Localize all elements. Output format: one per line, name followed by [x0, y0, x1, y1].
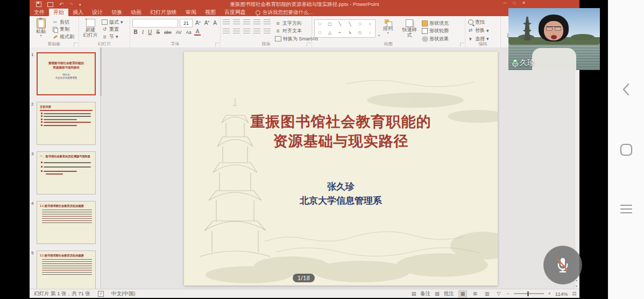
shape-oval-icon[interactable]: ○ [369, 22, 371, 26]
align-left-icon[interactable] [223, 29, 230, 34]
tell-me-box[interactable]: 告诉我您想要做什么... [256, 9, 313, 16]
zoom-in-button[interactable]: + [548, 291, 551, 296]
start-slideshow-icon[interactable] [47, 2, 53, 7]
mute-button[interactable] [543, 246, 582, 284]
gallery-more-icon[interactable] [378, 33, 380, 37]
close-button[interactable] [522, 1, 526, 5]
spellcheck-icon[interactable]: ✓ [98, 291, 104, 297]
shape-line-icon[interactable]: ╲ [349, 22, 351, 26]
slideshow-view-button[interactable]: ▽ [495, 291, 502, 297]
strikethrough-button[interactable]: S [155, 30, 161, 35]
tab-baidu-netdisk[interactable]: 百度网盘 [220, 9, 250, 16]
tab-review[interactable]: 审阅 [181, 9, 201, 16]
shapes-gallery[interactable]: □ ▢ ╲ ╲ □ ○ □ △ ⌐ ↳ ◇ ↓ [314, 19, 376, 38]
decrease-indent-icon[interactable] [243, 19, 250, 25]
thumbnail-slide-1[interactable]: 重振图书馆社会教育职能的 资源基础与现实路径 张久珍 北京大学信息管理系 [37, 52, 96, 95]
copy-button[interactable]: 复制 [52, 26, 74, 33]
zoom-level[interactable]: 114% [555, 291, 568, 297]
shape-line-icon[interactable]: ╲ [338, 22, 341, 26]
arrange-button[interactable]: 排列 [379, 19, 397, 43]
tab-insert[interactable]: 插入 [68, 9, 88, 16]
tab-file[interactable]: 文件 [30, 9, 49, 16]
font-name-combobox[interactable] [132, 19, 178, 27]
comments-button[interactable]: 批注 [444, 290, 454, 297]
dialog-launcher-icon[interactable] [215, 43, 220, 47]
text-direction-button[interactable]: 文字方向 [275, 20, 318, 26]
shape-arrow-icon[interactable]: ↳ [348, 31, 352, 35]
format-painter-button[interactable]: 格式刷 [52, 33, 74, 40]
align-text-button[interactable]: 对齐文本 [275, 28, 318, 34]
align-center-icon[interactable] [233, 29, 240, 34]
layout-button[interactable]: 版式 [102, 19, 123, 25]
thumbnail-slide-5[interactable]: 1.1 图书馆早期社会教育历史的观察 [37, 251, 96, 289]
new-slide-button[interactable]: 新建 幻灯片 [81, 18, 100, 41]
thumbnail-slide-3[interactable]: 一、图书馆社会教育的历史渊源与现实观察 [37, 151, 96, 194]
zoom-out-button[interactable]: − [506, 291, 509, 296]
shape-rectangle-icon[interactable]: □ [319, 31, 321, 35]
bold-button[interactable]: B [132, 30, 139, 35]
slide-sorter-view-button[interactable]: ⊞ [471, 291, 479, 297]
zoom-slider-thumb[interactable] [527, 291, 529, 296]
dialog-launcher-icon[interactable] [460, 43, 464, 47]
shrink-font-button[interactable]: A [203, 20, 211, 26]
shape-rectangle-icon[interactable]: □ [359, 22, 362, 26]
language-indicator[interactable]: 中文(中国) [111, 290, 135, 297]
find-button[interactable]: 查找 [468, 19, 498, 25]
shape-elbow-icon[interactable]: ⌐ [338, 31, 341, 35]
columns-icon[interactable] [264, 29, 271, 34]
zoom-slider[interactable] [514, 293, 544, 294]
back-button[interactable] [608, 82, 644, 97]
slide-author-block[interactable]: 张久珍 北京大学信息管理系 [184, 180, 498, 208]
undo-icon[interactable] [59, 2, 63, 7]
thumbnail-slide-2[interactable]: 主要内容 [37, 102, 96, 145]
tab-animations[interactable]: 动画 [126, 9, 146, 16]
shape-diamond-icon[interactable]: ◇ [358, 31, 362, 35]
normal-view-button[interactable]: ▦ [458, 290, 468, 297]
tab-slideshow[interactable]: 幻灯片放映 [146, 9, 181, 16]
numbering-icon[interactable] [233, 19, 240, 25]
slide-title[interactable]: 重振图书馆社会教育职能的 资源基础与现实路径 [184, 112, 498, 151]
notes-button[interactable]: 备注 [420, 290, 430, 297]
tab-transitions[interactable]: 切换 [107, 9, 126, 16]
character-spacing-button[interactable]: AV [174, 30, 183, 35]
dialog-launcher-icon[interactable] [74, 43, 78, 47]
redo-icon[interactable] [69, 2, 74, 7]
reading-view-button[interactable]: ▥ [483, 291, 491, 297]
section-button[interactable]: 节 [102, 33, 123, 40]
shape-rounded-rectangle-icon[interactable]: ▢ [328, 22, 332, 26]
replace-button[interactable]: 替换 [468, 27, 498, 34]
current-slide[interactable]: 重振图书馆社会教育职能的 资源基础与现实路径 张久珍 北京大学信息管理系 [184, 52, 498, 286]
font-size-combobox[interactable]: 21 [180, 19, 193, 27]
font-color-button[interactable]: A [194, 29, 201, 36]
shape-down-arrow-icon[interactable]: ↓ [369, 31, 371, 35]
thumbnail-slide-4[interactable]: 1.1 图书馆早期社会教育历史的观察 [37, 201, 96, 244]
align-right-icon[interactable] [243, 29, 250, 34]
shape-outline-button[interactable]: 形状轮廓 [422, 28, 449, 34]
maximize-button[interactable] [513, 1, 515, 5]
minimize-button[interactable] [504, 1, 507, 5]
webcam-overlay[interactable]: 久珍 [508, 8, 600, 70]
shape-triangle-icon[interactable]: △ [328, 31, 331, 35]
clear-formatting-button[interactable]: A [212, 20, 218, 26]
underline-button[interactable]: U [147, 30, 153, 35]
paste-button[interactable]: 粘贴 [32, 18, 50, 41]
tab-view[interactable]: 视图 [201, 9, 220, 16]
recents-button[interactable] [608, 203, 644, 215]
tab-home[interactable]: 开始 [49, 9, 68, 16]
quick-styles-button[interactable]: 快速样式 [400, 19, 419, 43]
save-icon[interactable] [36, 2, 41, 7]
fit-to-window-icon[interactable]: ⊡ [572, 291, 576, 296]
bullets-icon[interactable] [223, 19, 230, 25]
line-spacing-icon[interactable] [264, 19, 271, 25]
dialog-launcher-icon[interactable] [307, 43, 311, 47]
qat-customize-icon[interactable] [79, 2, 81, 7]
tab-design[interactable]: 设计 [88, 9, 107, 16]
justify-icon[interactable] [253, 29, 260, 34]
thumbnail-scrollbar[interactable] [100, 47, 102, 289]
scroll-down-icon[interactable]: ▾ [576, 284, 577, 288]
reset-button[interactable]: 重置 [102, 26, 123, 33]
text-shadow-button[interactable]: abc [162, 30, 173, 35]
grow-font-button[interactable]: A [194, 20, 202, 26]
shape-rectangle-icon[interactable]: □ [319, 22, 321, 26]
home-button[interactable] [608, 143, 644, 157]
